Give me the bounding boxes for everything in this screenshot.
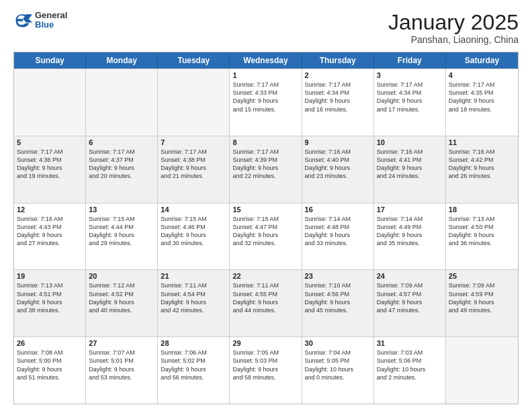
cell-line-13-0: Sunrise: 7:15 AM <box>89 215 154 223</box>
logo-general-text: General <box>35 11 67 20</box>
cell-line-27-3: and 53 minutes. <box>89 373 154 381</box>
calendar: SundayMondayTuesdayWednesdayThursdayFrid… <box>13 52 519 404</box>
cell-line-26-2: Daylight: 9 hours <box>17 365 83 373</box>
day-number-23: 23 <box>305 272 371 280</box>
cell-line-25-2: Daylight: 9 hours <box>449 298 515 306</box>
cell-line-16-1: Sunset: 4:48 PM <box>305 223 371 231</box>
day-number-9: 9 <box>305 138 371 146</box>
page-header: General Blue January 2025 Panshan, Liaon… <box>13 11 519 45</box>
cell-line-16-2: Daylight: 9 hours <box>305 231 371 239</box>
cell-line-22-2: Daylight: 9 hours <box>232 298 298 306</box>
cell-line-23-1: Sunset: 4:56 PM <box>305 290 371 298</box>
cell-line-5-2: Daylight: 9 hours <box>17 164 83 172</box>
cell-line-4-3: and 18 minutes. <box>449 105 515 113</box>
day-number-15: 15 <box>232 205 298 214</box>
day-number-4: 4 <box>449 71 515 79</box>
cell-line-7-3: and 21 minutes. <box>161 172 226 180</box>
calendar-cell-14: 14Sunrise: 7:15 AMSunset: 4:46 PMDayligh… <box>158 203 230 270</box>
calendar-cell-19: 19Sunrise: 7:13 AMSunset: 4:51 PMDayligh… <box>14 270 86 336</box>
cell-line-4-1: Sunset: 4:35 PM <box>449 89 515 97</box>
day-number-13: 13 <box>89 205 154 214</box>
calendar-cell-10: 10Sunrise: 7:16 AMSunset: 4:41 PMDayligh… <box>374 136 446 203</box>
cell-line-31-3: and 2 minutes. <box>377 373 443 381</box>
day-number-10: 10 <box>377 138 443 146</box>
cell-line-24-3: and 47 minutes. <box>377 306 443 314</box>
cell-line-20-1: Sunset: 4:52 PM <box>89 290 154 298</box>
weekday-header-saturday: Saturday <box>446 52 518 68</box>
calendar-cell-6: 6Sunrise: 7:17 AMSunset: 4:37 PMDaylight… <box>86 136 158 203</box>
cell-line-6-1: Sunset: 4:37 PM <box>89 156 154 164</box>
cell-line-28-0: Sunrise: 7:06 AM <box>161 349 226 357</box>
cell-line-14-0: Sunrise: 7:15 AM <box>161 215 226 223</box>
cell-line-24-2: Daylight: 9 hours <box>377 298 443 306</box>
cell-line-10-3: and 24 minutes. <box>377 172 443 180</box>
day-number-11: 11 <box>449 138 515 146</box>
cell-line-12-3: and 27 minutes. <box>17 239 83 247</box>
calendar-cell-22: 22Sunrise: 7:11 AMSunset: 4:55 PMDayligh… <box>230 270 302 336</box>
day-number-12: 12 <box>17 205 83 214</box>
calendar-cell-27: 27Sunrise: 7:07 AMSunset: 5:01 PMDayligh… <box>86 337 158 404</box>
cell-line-21-2: Daylight: 9 hours <box>161 298 226 306</box>
logo-icon <box>13 11 32 30</box>
calendar-row-3: 19Sunrise: 7:13 AMSunset: 4:51 PMDayligh… <box>14 269 518 336</box>
cell-line-3-2: Daylight: 9 hours <box>377 97 443 105</box>
calendar-header: SundayMondayTuesdayWednesdayThursdayFrid… <box>14 52 518 68</box>
cell-line-11-2: Daylight: 9 hours <box>449 164 515 172</box>
calendar-cell-25: 25Sunrise: 7:09 AMSunset: 4:59 PMDayligh… <box>446 270 518 336</box>
cell-line-21-1: Sunset: 4:54 PM <box>161 290 226 298</box>
calendar-cell-26: 26Sunrise: 7:08 AMSunset: 5:00 PMDayligh… <box>14 337 86 404</box>
weekday-header-thursday: Thursday <box>302 52 374 68</box>
cell-line-22-3: and 44 minutes. <box>232 306 298 314</box>
cell-line-6-0: Sunrise: 7:17 AM <box>89 148 154 156</box>
day-number-29: 29 <box>232 339 298 347</box>
cell-line-6-3: and 20 minutes. <box>89 172 154 180</box>
calendar-cell-empty-0-2 <box>158 69 230 136</box>
cell-line-8-0: Sunrise: 7:17 AM <box>232 148 298 156</box>
calendar-cell-23: 23Sunrise: 7:10 AMSunset: 4:56 PMDayligh… <box>302 270 374 336</box>
cell-line-7-2: Daylight: 9 hours <box>161 164 226 172</box>
logo: General Blue <box>13 11 67 30</box>
day-number-3: 3 <box>377 71 443 79</box>
calendar-row-1: 5Sunrise: 7:17 AMSunset: 4:36 PMDaylight… <box>14 136 518 203</box>
cell-line-30-3: and 0 minutes. <box>305 373 371 381</box>
cell-line-24-0: Sunrise: 7:09 AM <box>377 281 443 289</box>
calendar-cell-15: 15Sunrise: 7:15 AMSunset: 4:47 PMDayligh… <box>230 203 302 270</box>
cell-line-2-2: Daylight: 9 hours <box>305 97 371 105</box>
calendar-cell-13: 13Sunrise: 7:15 AMSunset: 4:44 PMDayligh… <box>86 203 158 270</box>
cell-line-16-0: Sunrise: 7:14 AM <box>305 215 371 223</box>
cell-line-18-2: Daylight: 9 hours <box>449 231 515 239</box>
calendar-cell-11: 11Sunrise: 7:16 AMSunset: 4:42 PMDayligh… <box>446 136 518 203</box>
cell-line-8-2: Daylight: 9 hours <box>232 164 298 172</box>
weekday-header-wednesday: Wednesday <box>230 52 302 68</box>
cell-line-20-3: and 40 minutes. <box>89 306 154 314</box>
calendar-cell-16: 16Sunrise: 7:14 AMSunset: 4:48 PMDayligh… <box>302 203 374 270</box>
cell-line-11-0: Sunrise: 7:16 AM <box>449 148 515 156</box>
calendar-cell-21: 21Sunrise: 7:11 AMSunset: 4:54 PMDayligh… <box>158 270 230 336</box>
cell-line-11-1: Sunset: 4:42 PM <box>449 156 515 164</box>
cell-line-30-0: Sunrise: 7:04 AM <box>305 349 371 357</box>
cell-line-14-3: and 30 minutes. <box>161 239 226 247</box>
cell-line-9-2: Daylight: 9 hours <box>305 164 371 172</box>
cell-line-15-0: Sunrise: 7:15 AM <box>232 215 298 223</box>
cell-line-19-1: Sunset: 4:51 PM <box>17 290 83 298</box>
cell-line-6-2: Daylight: 9 hours <box>89 164 154 172</box>
cell-line-25-0: Sunrise: 7:09 AM <box>449 281 515 289</box>
cell-line-5-0: Sunrise: 7:17 AM <box>17 148 83 156</box>
calendar-cell-29: 29Sunrise: 7:05 AMSunset: 5:03 PMDayligh… <box>230 337 302 404</box>
cell-line-13-3: and 29 minutes. <box>89 239 154 247</box>
cell-line-29-3: and 58 minutes. <box>232 373 298 381</box>
calendar-cell-empty-0-1 <box>86 69 158 136</box>
cell-line-22-0: Sunrise: 7:11 AM <box>232 281 298 289</box>
cell-line-31-2: Daylight: 10 hours <box>377 365 443 373</box>
day-number-22: 22 <box>232 272 298 280</box>
calendar-cell-3: 3Sunrise: 7:17 AMSunset: 4:34 PMDaylight… <box>374 69 446 136</box>
cell-line-21-3: and 42 minutes. <box>161 306 226 314</box>
month-title: January 2025 <box>388 11 519 34</box>
cell-line-10-1: Sunset: 4:41 PM <box>377 156 443 164</box>
cell-line-3-1: Sunset: 4:34 PM <box>377 89 443 97</box>
cell-line-1-1: Sunset: 4:33 PM <box>232 89 298 97</box>
calendar-cell-5: 5Sunrise: 7:17 AMSunset: 4:36 PMDaylight… <box>14 136 86 203</box>
cell-line-18-1: Sunset: 4:50 PM <box>449 223 515 231</box>
cell-line-15-2: Daylight: 9 hours <box>232 231 298 239</box>
calendar-cell-1: 1Sunrise: 7:17 AMSunset: 4:33 PMDaylight… <box>230 69 302 136</box>
